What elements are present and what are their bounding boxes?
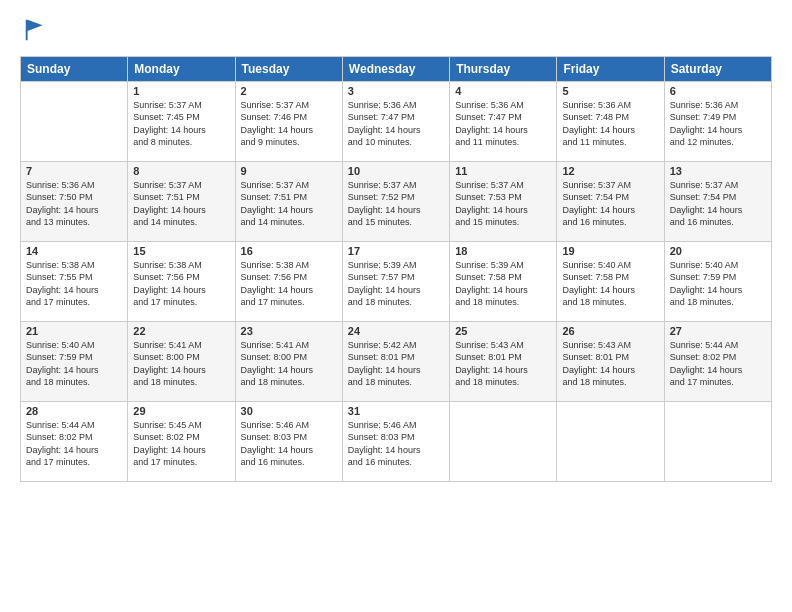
calendar-cell: 3Sunrise: 5:36 AMSunset: 7:47 PMDaylight… [342, 81, 449, 161]
weekday-header-sunday: Sunday [21, 56, 128, 81]
day-info: Sunrise: 5:42 AMSunset: 8:01 PMDaylight:… [348, 339, 444, 389]
calendar-cell: 10Sunrise: 5:37 AMSunset: 7:52 PMDayligh… [342, 161, 449, 241]
calendar: SundayMondayTuesdayWednesdayThursdayFrid… [20, 56, 772, 482]
calendar-cell: 2Sunrise: 5:37 AMSunset: 7:46 PMDaylight… [235, 81, 342, 161]
day-info: Sunrise: 5:36 AMSunset: 7:50 PMDaylight:… [26, 179, 122, 229]
calendar-cell: 31Sunrise: 5:46 AMSunset: 8:03 PMDayligh… [342, 401, 449, 481]
week-row-4: 21Sunrise: 5:40 AMSunset: 7:59 PMDayligh… [21, 321, 772, 401]
calendar-cell: 29Sunrise: 5:45 AMSunset: 8:02 PMDayligh… [128, 401, 235, 481]
calendar-cell: 4Sunrise: 5:36 AMSunset: 7:47 PMDaylight… [450, 81, 557, 161]
day-number: 27 [670, 325, 766, 337]
weekday-header-tuesday: Tuesday [235, 56, 342, 81]
day-number: 23 [241, 325, 337, 337]
day-number: 15 [133, 245, 229, 257]
weekday-header-saturday: Saturday [664, 56, 771, 81]
day-info: Sunrise: 5:37 AMSunset: 7:53 PMDaylight:… [455, 179, 551, 229]
calendar-cell: 1Sunrise: 5:37 AMSunset: 7:45 PMDaylight… [128, 81, 235, 161]
calendar-cell: 11Sunrise: 5:37 AMSunset: 7:53 PMDayligh… [450, 161, 557, 241]
day-info: Sunrise: 5:38 AMSunset: 7:56 PMDaylight:… [133, 259, 229, 309]
day-number: 16 [241, 245, 337, 257]
calendar-cell: 28Sunrise: 5:44 AMSunset: 8:02 PMDayligh… [21, 401, 128, 481]
calendar-cell: 26Sunrise: 5:43 AMSunset: 8:01 PMDayligh… [557, 321, 664, 401]
day-number: 12 [562, 165, 658, 177]
day-info: Sunrise: 5:36 AMSunset: 7:49 PMDaylight:… [670, 99, 766, 149]
day-info: Sunrise: 5:41 AMSunset: 8:00 PMDaylight:… [241, 339, 337, 389]
day-number: 14 [26, 245, 122, 257]
day-number: 18 [455, 245, 551, 257]
day-info: Sunrise: 5:37 AMSunset: 7:51 PMDaylight:… [241, 179, 337, 229]
week-row-5: 28Sunrise: 5:44 AMSunset: 8:02 PMDayligh… [21, 401, 772, 481]
logo-flag-icon [22, 16, 50, 44]
calendar-cell: 6Sunrise: 5:36 AMSunset: 7:49 PMDaylight… [664, 81, 771, 161]
day-number: 8 [133, 165, 229, 177]
day-info: Sunrise: 5:46 AMSunset: 8:03 PMDaylight:… [241, 419, 337, 469]
day-info: Sunrise: 5:39 AMSunset: 7:58 PMDaylight:… [455, 259, 551, 309]
weekday-header-friday: Friday [557, 56, 664, 81]
day-number: 30 [241, 405, 337, 417]
day-info: Sunrise: 5:39 AMSunset: 7:57 PMDaylight:… [348, 259, 444, 309]
page: SundayMondayTuesdayWednesdayThursdayFrid… [0, 0, 792, 612]
calendar-cell: 20Sunrise: 5:40 AMSunset: 7:59 PMDayligh… [664, 241, 771, 321]
calendar-cell: 7Sunrise: 5:36 AMSunset: 7:50 PMDaylight… [21, 161, 128, 241]
calendar-cell: 13Sunrise: 5:37 AMSunset: 7:54 PMDayligh… [664, 161, 771, 241]
day-info: Sunrise: 5:37 AMSunset: 7:46 PMDaylight:… [241, 99, 337, 149]
weekday-header-monday: Monday [128, 56, 235, 81]
day-number: 6 [670, 85, 766, 97]
day-number: 11 [455, 165, 551, 177]
day-number: 24 [348, 325, 444, 337]
header [20, 16, 772, 50]
calendar-cell: 30Sunrise: 5:46 AMSunset: 8:03 PMDayligh… [235, 401, 342, 481]
calendar-cell: 22Sunrise: 5:41 AMSunset: 8:00 PMDayligh… [128, 321, 235, 401]
day-info: Sunrise: 5:36 AMSunset: 7:48 PMDaylight:… [562, 99, 658, 149]
day-info: Sunrise: 5:37 AMSunset: 7:54 PMDaylight:… [562, 179, 658, 229]
day-number: 26 [562, 325, 658, 337]
calendar-cell: 15Sunrise: 5:38 AMSunset: 7:56 PMDayligh… [128, 241, 235, 321]
day-info: Sunrise: 5:40 AMSunset: 7:59 PMDaylight:… [670, 259, 766, 309]
week-row-1: 1Sunrise: 5:37 AMSunset: 7:45 PMDaylight… [21, 81, 772, 161]
day-info: Sunrise: 5:37 AMSunset: 7:51 PMDaylight:… [133, 179, 229, 229]
calendar-cell: 16Sunrise: 5:38 AMSunset: 7:56 PMDayligh… [235, 241, 342, 321]
weekday-header-wednesday: Wednesday [342, 56, 449, 81]
day-info: Sunrise: 5:44 AMSunset: 8:02 PMDaylight:… [670, 339, 766, 389]
day-number: 21 [26, 325, 122, 337]
day-info: Sunrise: 5:40 AMSunset: 7:58 PMDaylight:… [562, 259, 658, 309]
day-info: Sunrise: 5:43 AMSunset: 8:01 PMDaylight:… [455, 339, 551, 389]
day-number: 10 [348, 165, 444, 177]
day-number: 4 [455, 85, 551, 97]
day-number: 17 [348, 245, 444, 257]
day-info: Sunrise: 5:38 AMSunset: 7:55 PMDaylight:… [26, 259, 122, 309]
svg-marker-0 [26, 20, 43, 41]
calendar-cell [21, 81, 128, 161]
calendar-cell: 19Sunrise: 5:40 AMSunset: 7:58 PMDayligh… [557, 241, 664, 321]
day-info: Sunrise: 5:37 AMSunset: 7:45 PMDaylight:… [133, 99, 229, 149]
calendar-cell: 5Sunrise: 5:36 AMSunset: 7:48 PMDaylight… [557, 81, 664, 161]
day-info: Sunrise: 5:45 AMSunset: 8:02 PMDaylight:… [133, 419, 229, 469]
day-info: Sunrise: 5:37 AMSunset: 7:52 PMDaylight:… [348, 179, 444, 229]
day-info: Sunrise: 5:36 AMSunset: 7:47 PMDaylight:… [455, 99, 551, 149]
calendar-cell: 21Sunrise: 5:40 AMSunset: 7:59 PMDayligh… [21, 321, 128, 401]
calendar-cell [450, 401, 557, 481]
calendar-cell [557, 401, 664, 481]
calendar-cell: 24Sunrise: 5:42 AMSunset: 8:01 PMDayligh… [342, 321, 449, 401]
day-number: 22 [133, 325, 229, 337]
day-number: 19 [562, 245, 658, 257]
day-number: 7 [26, 165, 122, 177]
day-info: Sunrise: 5:37 AMSunset: 7:54 PMDaylight:… [670, 179, 766, 229]
day-info: Sunrise: 5:46 AMSunset: 8:03 PMDaylight:… [348, 419, 444, 469]
calendar-cell: 9Sunrise: 5:37 AMSunset: 7:51 PMDaylight… [235, 161, 342, 241]
calendar-cell: 12Sunrise: 5:37 AMSunset: 7:54 PMDayligh… [557, 161, 664, 241]
day-number: 31 [348, 405, 444, 417]
day-number: 3 [348, 85, 444, 97]
day-number: 29 [133, 405, 229, 417]
calendar-cell: 23Sunrise: 5:41 AMSunset: 8:00 PMDayligh… [235, 321, 342, 401]
day-info: Sunrise: 5:43 AMSunset: 8:01 PMDaylight:… [562, 339, 658, 389]
logo-text [20, 16, 50, 50]
calendar-cell: 14Sunrise: 5:38 AMSunset: 7:55 PMDayligh… [21, 241, 128, 321]
calendar-cell: 8Sunrise: 5:37 AMSunset: 7:51 PMDaylight… [128, 161, 235, 241]
week-row-2: 7Sunrise: 5:36 AMSunset: 7:50 PMDaylight… [21, 161, 772, 241]
day-number: 20 [670, 245, 766, 257]
day-info: Sunrise: 5:40 AMSunset: 7:59 PMDaylight:… [26, 339, 122, 389]
logo [20, 16, 50, 50]
weekday-header-row: SundayMondayTuesdayWednesdayThursdayFrid… [21, 56, 772, 81]
day-number: 28 [26, 405, 122, 417]
